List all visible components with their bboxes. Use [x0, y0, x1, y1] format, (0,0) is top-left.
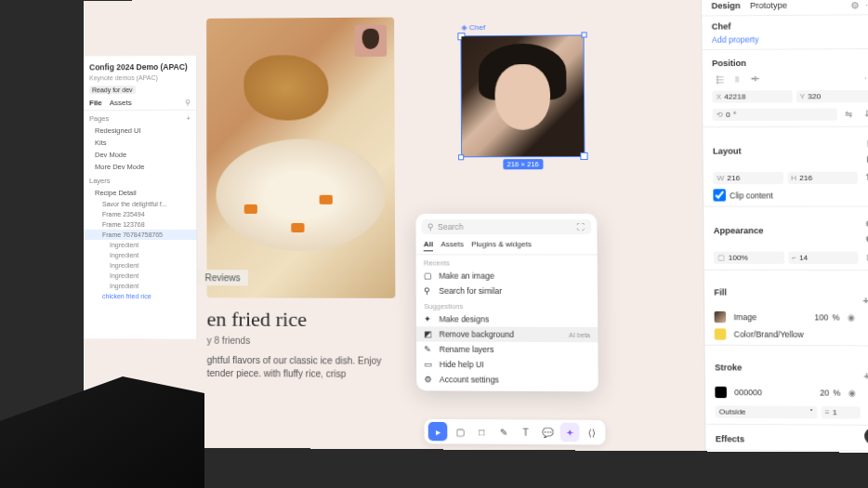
page-item[interactable]: Dev Mode [84, 149, 196, 161]
canvas[interactable]: Reviews en fried rice y 8 friends ghtful… [197, 0, 704, 451]
width-field[interactable]: W216 [713, 171, 783, 183]
visibility-icon[interactable]: ◉ [844, 310, 860, 324]
tab-prototype[interactable]: Prototype [750, 1, 787, 11]
search-icon: ⚲ [424, 286, 433, 296]
dev-mode-toggle[interactable]: ⟨⟩ [582, 423, 601, 442]
y-field[interactable]: Y320 [796, 90, 868, 103]
qm-make-image[interactable]: ▢Make an image [416, 269, 598, 284]
qm-tab-all[interactable]: All [424, 240, 434, 251]
remove-icon[interactable]: − [863, 386, 868, 402]
rotation-field[interactable]: ⟲0° [713, 108, 837, 121]
tab-design[interactable]: Design [711, 1, 740, 11]
visibility-icon[interactable]: ◉ [844, 385, 860, 401]
height-field[interactable]: H216 [787, 171, 858, 183]
blend-icon[interactable]: ◐ [862, 231, 868, 245]
qm-remove-background[interactable]: ◩Remove backgroundAI beta [416, 326, 598, 342]
add-stroke-icon[interactable]: + [863, 370, 868, 381]
effects-section[interactable]: Effects [716, 434, 744, 443]
align-group[interactable]: ⬱ ⫴ ⬲ [712, 72, 762, 86]
visibility-icon[interactable]: ◉ [861, 216, 868, 231]
resize-handle[interactable] [581, 32, 586, 37]
add-fill-icon[interactable]: + [862, 295, 868, 306]
add-property-link[interactable]: Add property [702, 33, 868, 46]
comment-tool[interactable]: 💬 [538, 423, 558, 442]
layer-row-selected[interactable]: Frame 76784758765 [84, 230, 196, 240]
more-align-icon[interactable]: ⋯ [861, 71, 868, 86]
align-right-icon[interactable]: ⬲ [747, 72, 763, 86]
portrait-illustration [494, 64, 550, 130]
frame-tool[interactable]: ▢ [450, 422, 469, 441]
autolayout-v-icon[interactable]: ⫿ [861, 136, 868, 151]
flip-v-icon[interactable]: ⇵ [861, 106, 868, 121]
qm-tab-assets[interactable]: Assets [441, 240, 464, 251]
corner-detail-icon[interactable]: ⊞ [862, 250, 868, 265]
move-tool[interactable]: ▸ [428, 422, 448, 441]
avatar-thumbnail[interactable] [355, 25, 388, 57]
color-swatch[interactable] [715, 387, 727, 398]
layer-row[interactable]: chicken fried rice [84, 291, 197, 301]
page-item[interactable]: More Dev Mode [84, 161, 196, 173]
layer-row[interactable]: Recipe Detail [84, 187, 196, 199]
layer-row[interactable]: Ingredient [84, 270, 196, 281]
stage-podium [0, 376, 204, 488]
stroke-position-field[interactable]: Outside˅ [716, 405, 818, 418]
image-swatch[interactable] [715, 311, 727, 323]
shape-tool[interactable]: □ [472, 422, 492, 442]
qm-account-settings[interactable]: ⚙Account settings [416, 372, 598, 388]
qm-make-designs[interactable]: ✦Make designs [416, 311, 598, 327]
resize-handle[interactable] [458, 154, 464, 160]
quick-search-input[interactable]: ⚲ Search ⛶ [422, 219, 592, 234]
tab-assets[interactable]: Assets [110, 99, 132, 107]
tab-file[interactable]: File [89, 99, 102, 107]
settings-icon[interactable]: ⚙ [850, 0, 860, 10]
color-swatch[interactable] [715, 328, 727, 339]
add-page-icon[interactable]: + [187, 114, 191, 123]
layer-row[interactable]: Ingredient [84, 250, 196, 260]
stroke-section: Stroke [715, 363, 742, 372]
qm-search-similar[interactable]: ⚲Search for similar [416, 284, 598, 299]
lock-aspect-icon[interactable]: ⇅ [861, 170, 868, 185]
layer-row[interactable]: Frame 235494 [84, 209, 196, 219]
stroke-color-row[interactable]: 000000 20 % ◉ − [705, 383, 868, 403]
layer-row[interactable]: Ingredient [84, 260, 196, 270]
page-item[interactable]: Kits [84, 137, 196, 149]
pen-tool[interactable]: ✎ [494, 422, 514, 442]
align-left-icon[interactable]: ⬱ [712, 72, 728, 86]
stroke-detail-icon[interactable]: ⋯ [864, 404, 868, 420]
layer-name-label[interactable]: Chef [712, 21, 731, 31]
reviews-tab[interactable]: Reviews [197, 270, 247, 285]
autolayout-h-icon[interactable]: ⫼ [861, 151, 868, 165]
text-tool[interactable]: T [516, 422, 535, 442]
flip-h-icon[interactable]: ⇋ [841, 106, 857, 121]
qm-rename-layers[interactable]: ✎Rename layers [416, 342, 598, 358]
clip-content-checkbox[interactable] [713, 189, 726, 201]
expand-icon[interactable]: ⛶ [577, 222, 585, 231]
x-field[interactable]: X42218 [712, 90, 792, 103]
recipe-title: en fried rice [207, 307, 308, 332]
remove-icon[interactable]: − [863, 310, 868, 324]
radius-field[interactable]: ⌐14 [788, 251, 859, 263]
left-panel: Config 2024 Demo (APAC) Keynote demos (A… [84, 56, 198, 339]
style-icon[interactable]: ⫶ [863, 355, 868, 371]
ready-for-dev-tag[interactable]: Ready for dev [89, 86, 136, 94]
layer-row[interactable]: Ingredient [84, 240, 196, 250]
align-center-icon[interactable]: ⫴ [730, 72, 745, 86]
qm-hide-help[interactable]: ▭Hide help UI [416, 357, 598, 373]
search-icon[interactable]: ⚲ [185, 99, 191, 107]
ai-actions-tool[interactable]: ✦ [560, 423, 580, 442]
chef-photo[interactable] [461, 36, 584, 157]
selection-frame[interactable]: ◈ Chef 216 × 216 [460, 34, 585, 157]
page-item[interactable]: Redesigned UI [84, 125, 196, 137]
gear-icon: ⚙ [424, 375, 433, 384]
layer-row[interactable]: Frame 123768 [84, 219, 196, 230]
file-name[interactable]: Config 2024 Demo (APAC) [84, 59, 196, 75]
qm-tab-plugins[interactable]: Plugins & widgets [471, 240, 532, 251]
opacity-field[interactable]: ▢100% [714, 251, 784, 263]
fill-image-row[interactable]: Image 100 % ◉ − [704, 308, 868, 327]
recipe-card[interactable] [206, 18, 395, 298]
layer-row[interactable]: Savor the delightful f... [84, 199, 196, 209]
layer-row[interactable]: Ingredient [84, 281, 196, 291]
fill-color-row[interactable]: Color/Brand/Yellow [704, 326, 868, 342]
stroke-width-field[interactable]: ≡1 [821, 405, 860, 418]
style-icon[interactable]: ⫶ [862, 279, 868, 294]
